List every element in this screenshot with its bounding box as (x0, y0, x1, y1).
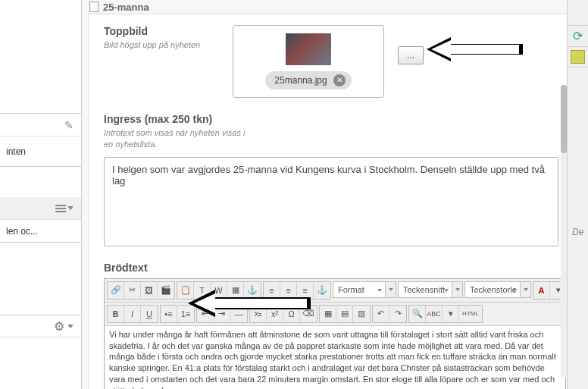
document-title: 25-manna (103, 2, 149, 13)
burger-icon (55, 205, 66, 212)
brodtext-title: Brödtext (104, 262, 255, 274)
chevron-down-icon (67, 325, 74, 328)
toppbild-title: Toppbild (104, 25, 217, 37)
bold-icon[interactable]: B (108, 306, 124, 322)
image-filename: 25manna.jpg (274, 75, 327, 86)
sidebar: ✎ inten len oc... ⚙ (0, 0, 82, 389)
right-slot-2[interactable]: ⟳ (568, 26, 588, 47)
media-icon[interactable]: 🎬 (158, 282, 174, 299)
remove-image-button[interactable]: ✕ (333, 74, 346, 86)
sidebar-edit-row[interactable]: ✎ (0, 114, 81, 136)
font-select-arrow[interactable] (452, 281, 463, 298)
fontsize-select[interactable]: Teckenstorle (464, 281, 521, 298)
browse-image-button[interactable]: ... (398, 46, 424, 64)
right-strip: ⟳ De (567, 0, 588, 389)
italic-icon[interactable]: I (124, 306, 141, 322)
image-thumbnail[interactable] (286, 33, 331, 65)
text-color-icon[interactable]: A (533, 282, 550, 299)
sidebar-item-1[interactable]: inten (0, 136, 81, 167)
chevron-down-icon (67, 206, 74, 210)
bullet-list-icon[interactable]: •≡ (161, 306, 177, 322)
scrollbar-track[interactable] (561, 85, 567, 377)
image-icon[interactable]: 🖼 (141, 282, 158, 299)
align-full-icon[interactable]: ⚓ (314, 282, 330, 299)
right-slot-1[interactable] (568, 0, 588, 26)
scrollbar-thumb[interactable] (561, 85, 567, 153)
annotation-arrow-2 (182, 288, 314, 318)
underline-icon[interactable]: U (141, 306, 158, 322)
image-filename-pill: 25manna.jpg ✕ (265, 71, 351, 89)
sidebar-menu-toggle[interactable] (0, 197, 81, 220)
sidebar-item-1-label: inten (6, 146, 26, 157)
richtext-editor: 🔗 ✂ 🖼 🎬 📋 T W ▦ ⚓ ≡ ≡ (104, 278, 566, 389)
font-select[interactable]: Teckensnitt (398, 281, 452, 298)
tableedit-icon[interactable]: ▦ (320, 306, 336, 322)
richtext-toolbar-2: B I U •≡ 1≡ ⇤ ⇥ ― x₂ x² (105, 303, 565, 326)
ingress-title: Ingress (max 250 tkn) (104, 113, 255, 125)
undo-icon[interactable]: ↶ (373, 306, 389, 322)
redo-icon[interactable]: ↷ (389, 306, 406, 322)
find-icon[interactable]: 🔍 (409, 306, 426, 322)
link-icon[interactable]: 🔗 (108, 282, 124, 299)
image-upload-box: 25manna.jpg ✕ (233, 25, 384, 98)
highlight-icon (571, 50, 585, 64)
fontsize-select-arrow[interactable] (521, 281, 531, 298)
document-icon (89, 2, 99, 12)
refresh-icon: ⟳ (573, 29, 583, 43)
sidebar-item-2-label: len oc... (6, 226, 38, 237)
gear-icon: ⚙ (54, 319, 64, 334)
sidebar-top-spacer (0, 0, 81, 114)
right-text: De (568, 223, 588, 240)
row-icon[interactable]: ▤ (336, 306, 353, 322)
html-source-button[interactable]: HTML (459, 306, 482, 322)
spellcheck-arrow[interactable]: ▾ (443, 306, 459, 322)
richtext-toolbar-1: 🔗 ✂ 🖼 🎬 📋 T W ▦ ⚓ ≡ ≡ (105, 279, 565, 303)
pencil-icon: ✎ (64, 119, 74, 131)
annotation-arrow-1 (421, 34, 527, 64)
brodtext-field: Brödtext 🔗 ✂ 🖼 🎬 📋 T W ▦ (104, 262, 552, 389)
sidebar-settings-row[interactable]: ⚙ (0, 315, 81, 337)
sidebar-item-2[interactable]: len oc... (0, 220, 81, 243)
ingress-textarea[interactable] (104, 157, 558, 246)
unlink-icon[interactable]: ✂ (124, 282, 141, 299)
format-select-arrow[interactable] (386, 281, 396, 298)
right-slot-3[interactable] (568, 47, 588, 67)
document-header: 25-manna (82, 0, 567, 14)
spellcheck-icon[interactable]: ABC (426, 306, 443, 322)
toppbild-hint: Bild högst upp på nyheten (104, 39, 217, 51)
ingress-field: Ingress (max 250 tkn) Introtext som visa… (104, 113, 552, 246)
ingress-hint: Introtext som visas när nyheten visas i … (104, 127, 255, 151)
format-select[interactable]: Format (333, 281, 386, 298)
svg-marker-3 (194, 293, 307, 313)
col-icon[interactable]: ▥ (353, 306, 370, 322)
richtext-content[interactable]: Vi har under många år haft förmånen att … (105, 326, 565, 389)
